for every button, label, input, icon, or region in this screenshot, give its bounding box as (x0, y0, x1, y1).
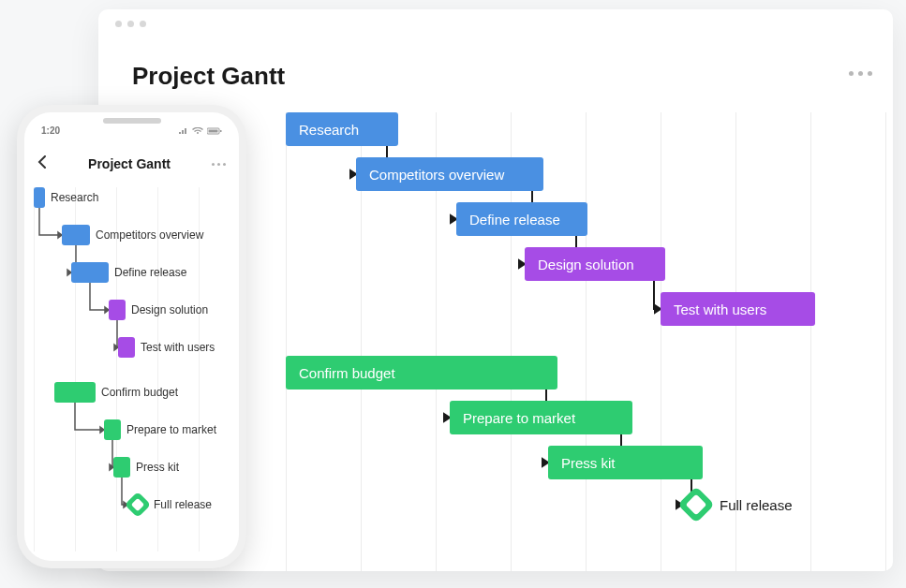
phone-notch (103, 118, 161, 124)
gantt-bar-press[interactable] (113, 457, 130, 478)
gantt-row-define[interactable]: Define release (71, 262, 186, 283)
gantt-bar-research[interactable] (34, 187, 45, 208)
gantt-bar-budget[interactable]: Confirm budget (286, 356, 557, 390)
phone-status-bar: 1:20 (24, 125, 239, 136)
gantt-bar-market[interactable] (104, 419, 121, 440)
chevron-left-icon (37, 155, 47, 169)
milestone-full-release[interactable]: Full release (127, 494, 212, 515)
gantt-label: Design solution (131, 303, 208, 316)
page-title: Project Gantt (132, 62, 285, 91)
gantt-bar-press[interactable]: Press kit (548, 446, 703, 479)
gantt-bar-budget[interactable] (54, 382, 96, 403)
phone-page-title: Project Gantt (88, 156, 171, 171)
phone-mock: 1:20 Project Gantt ResearchCompetitors o… (17, 105, 246, 568)
gantt-bar-define[interactable]: Define release (456, 202, 587, 236)
battery-icon (207, 127, 222, 135)
gantt-bar-test[interactable]: Test with users (661, 292, 815, 326)
gantt-bar-test[interactable] (118, 337, 135, 358)
milestone-full-release[interactable]: Full release (682, 491, 793, 519)
gantt-label: Competitors overview (96, 228, 203, 242)
more-button[interactable] (849, 71, 872, 76)
gantt-row-test[interactable]: Test with users (118, 337, 215, 358)
diamond-icon (682, 491, 710, 519)
wifi-icon (192, 127, 203, 135)
gantt-row-market[interactable]: Prepare to market (104, 419, 216, 440)
window-controls[interactable] (115, 21, 146, 27)
svg-rect-1 (209, 129, 218, 132)
dots-icon (858, 71, 863, 76)
gantt-bar-design[interactable]: Design solution (525, 247, 665, 281)
dots-icon (212, 163, 215, 166)
diamond-icon (127, 494, 148, 515)
gantt-label: Prepare to market (126, 423, 216, 436)
window-control-dot[interactable] (115, 21, 122, 27)
gantt-chart-phone[interactable]: ResearchCompetitors overviewDefine relea… (34, 187, 230, 551)
gantt-row-design[interactable]: Design solution (109, 300, 208, 320)
gantt-label: Define release (114, 266, 186, 279)
dots-icon (217, 163, 220, 166)
gantt-bar-competitors[interactable] (62, 225, 90, 245)
phone-screen: 1:20 Project Gantt ResearchCompetitors o… (24, 112, 239, 561)
svg-rect-2 (220, 130, 222, 132)
milestone-label: Full release (720, 497, 793, 513)
gantt-bar-competitors[interactable]: Competitors overview (356, 157, 543, 191)
gantt-chart-desktop[interactable]: ResearchCompetitors overviewDefine relea… (286, 112, 893, 571)
milestone-label: Full release (154, 498, 212, 511)
gantt-label: Test with users (141, 341, 215, 354)
dots-icon (849, 71, 854, 76)
gantt-row-budget[interactable]: Confirm budget (54, 382, 178, 403)
window-control-dot[interactable] (127, 21, 134, 27)
gantt-label: Research (51, 191, 98, 204)
dots-icon (223, 163, 226, 166)
gantt-bar-research[interactable]: Research (286, 112, 398, 146)
gantt-label: Confirm budget (101, 386, 178, 399)
back-button[interactable] (37, 155, 47, 172)
status-icons (179, 125, 222, 136)
dots-icon (868, 71, 872, 76)
gantt-row-research[interactable]: Research (34, 187, 98, 208)
signal-icon (179, 127, 188, 135)
gantt-row-press[interactable]: Press kit (113, 457, 179, 478)
gantt-label: Press kit (136, 461, 179, 474)
phone-more-button[interactable] (212, 163, 226, 166)
gantt-bar-define[interactable] (71, 262, 109, 283)
gantt-bar-market[interactable]: Prepare to market (450, 401, 632, 434)
gantt-bar-design[interactable] (109, 300, 126, 320)
phone-header: Project Gantt (24, 155, 239, 172)
window-control-dot[interactable] (140, 21, 146, 27)
gantt-row-competitors[interactable]: Competitors overview (62, 225, 203, 245)
status-time: 1:20 (41, 125, 60, 136)
